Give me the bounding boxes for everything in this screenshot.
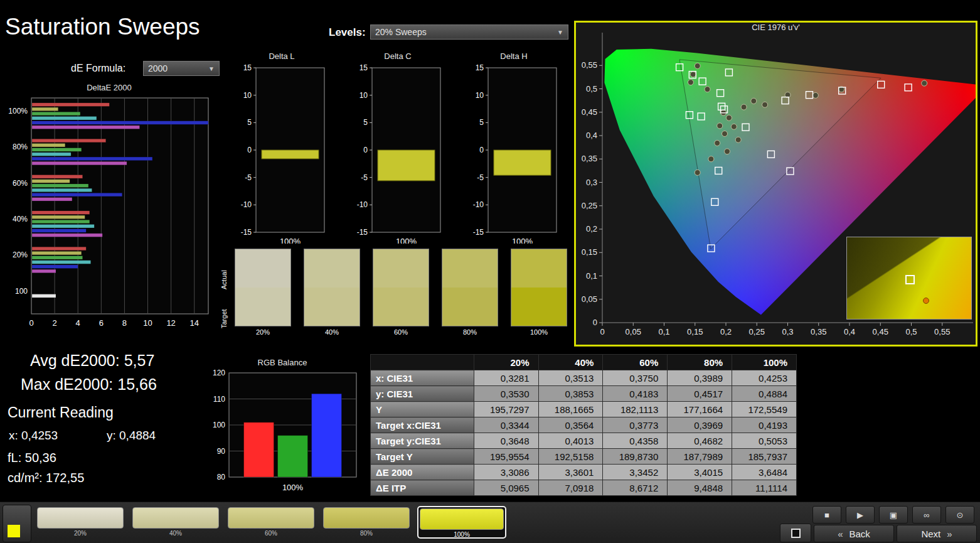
- target-swatch: [304, 288, 360, 326]
- svg-text:14: 14: [190, 318, 199, 328]
- next-button[interactable]: Next »: [897, 525, 977, 542]
- table-cell: 0,3281: [474, 370, 538, 386]
- chevron-down-icon: ▼: [208, 65, 215, 72]
- delta-l-chart-svg: 151050-5-10-15100%: [235, 62, 329, 247]
- pattern-level-label: 100%: [420, 531, 504, 538]
- actual-target-swatch: [511, 249, 567, 326]
- table-cell: 8,6712: [603, 480, 668, 496]
- svg-text:0: 0: [29, 318, 33, 328]
- table-cell: 0,4682: [668, 433, 732, 449]
- delta-c-chart-panel: Delta C 151050-5-10-15100%: [351, 51, 445, 247]
- table-cell: 0,4358: [603, 433, 668, 449]
- svg-text:0,4: 0,4: [844, 327, 855, 336]
- table-column-header: 60%: [603, 355, 668, 370]
- cie-zoom-inset: [846, 237, 972, 320]
- svg-text:0,05: 0,05: [626, 327, 641, 336]
- pattern-level-swatch: [228, 507, 314, 529]
- svg-text:0,55: 0,55: [934, 327, 950, 336]
- cie-diagram-panel[interactable]: CIE 1976 u'v' 00,050,10,150,20,250,30,35…: [574, 21, 977, 347]
- svg-text:-15: -15: [473, 228, 484, 237]
- pattern-display-button[interactable]: [780, 524, 811, 542]
- svg-text:0,35: 0,35: [811, 327, 826, 336]
- de-formula-dropdown-value: 2000: [148, 63, 168, 73]
- svg-text:0,2: 0,2: [586, 224, 597, 234]
- table-column-header: 20%: [474, 355, 538, 370]
- pattern-level-button-40%[interactable]: 40%: [131, 506, 220, 539]
- svg-text:10: 10: [143, 318, 152, 328]
- svg-text:-5: -5: [361, 173, 368, 182]
- table-cell: 0,5053: [732, 433, 797, 449]
- pattern-level-label: 80%: [323, 530, 410, 537]
- delta-l-chart-title: Delta L: [235, 51, 329, 62]
- levels-dropdown[interactable]: 20% Sweeps ▼: [370, 24, 568, 40]
- table-row-label: Target y:CIE31: [371, 433, 474, 449]
- svg-text:100: 100: [213, 421, 225, 429]
- svg-text:15: 15: [243, 63, 252, 72]
- table-cell: 177,1664: [668, 402, 732, 417]
- table-cell: 0,4013: [538, 433, 603, 449]
- bottom-toolbar: 20% 40% 60% 80% 100% ■ ▶ ▣ ∞ ⊙ « Back: [0, 502, 980, 543]
- actual-target-swatch: [442, 249, 498, 326]
- table-cell: 187,7989: [668, 449, 732, 465]
- actual-target-swatch: [373, 249, 429, 326]
- reading-x-value: x: 0,4253: [9, 429, 58, 443]
- table-row: Target Y195,9554192,5158189,8730187,7989…: [371, 449, 797, 465]
- de-formula-dropdown[interactable]: 2000 ▼: [143, 61, 220, 76]
- table-cell: 0,4183: [603, 386, 668, 402]
- inset-measurement-marker: [923, 298, 929, 304]
- svg-text:120: 120: [213, 368, 225, 377]
- pattern-level-button-60%[interactable]: 60%: [226, 506, 316, 539]
- pattern-window-thumbnail[interactable]: [3, 505, 31, 542]
- swatch-column: 20%: [235, 249, 291, 336]
- deltae-chart-title: DeltaE 2000: [5, 83, 213, 93]
- view-button[interactable]: ⊙: [945, 506, 974, 524]
- swatch-column: 60%: [373, 249, 429, 336]
- table-cell: 188,1665: [538, 402, 603, 417]
- svg-text:12: 12: [166, 318, 175, 328]
- svg-text:0,15: 0,15: [582, 247, 597, 257]
- table-cell: 0,3513: [538, 370, 603, 386]
- chevron-left-icon: «: [838, 529, 843, 539]
- loop-icon: ∞: [924, 510, 929, 520]
- pattern-level-swatch: [132, 507, 219, 529]
- svg-text:15: 15: [360, 63, 368, 72]
- pattern-level-label: 20%: [37, 530, 124, 537]
- svg-text:15: 15: [476, 63, 484, 72]
- table-cell: 3,3452: [603, 465, 668, 480]
- svg-text:0,25: 0,25: [582, 201, 597, 210]
- loop-button[interactable]: ∞: [912, 506, 941, 524]
- svg-text:100%: 100%: [8, 107, 28, 116]
- actual-target-swatch: [235, 249, 291, 326]
- pattern-level-button-80%[interactable]: 80%: [322, 506, 411, 539]
- back-button[interactable]: « Back: [814, 525, 894, 542]
- table-cell: 189,8730: [603, 449, 668, 465]
- back-button-label: Back: [849, 529, 870, 539]
- swatch-column: 40%: [304, 249, 360, 336]
- svg-text:90: 90: [217, 447, 226, 456]
- play-button[interactable]: ▶: [846, 506, 875, 524]
- record-button[interactable]: ▣: [879, 506, 908, 524]
- svg-text:0: 0: [600, 327, 604, 336]
- svg-text:5: 5: [247, 118, 252, 127]
- svg-text:6: 6: [99, 318, 104, 328]
- svg-text:0,5: 0,5: [586, 84, 597, 94]
- table-row: Y195,7297188,1665182,1113177,1664172,554…: [371, 402, 797, 417]
- pattern-level-button-100%[interactable]: 100%: [417, 506, 506, 539]
- table-cell: 0,3989: [668, 370, 732, 386]
- table-cell: 195,7297: [474, 402, 538, 417]
- pattern-level-button-20%[interactable]: 20%: [36, 506, 125, 539]
- swatch-column-label: 40%: [304, 328, 360, 336]
- svg-text:5: 5: [363, 118, 368, 127]
- table-row: Target x:CIE310,33440,35640,37730,39690,…: [371, 417, 797, 433]
- table-cell: 3,3601: [538, 465, 603, 480]
- stop-button[interactable]: ■: [812, 506, 841, 524]
- target-swatch: [511, 288, 567, 326]
- levels-label: Levels:: [329, 26, 366, 39]
- svg-text:8: 8: [122, 318, 127, 328]
- swatch-column-label: 20%: [235, 328, 291, 336]
- svg-text:10: 10: [476, 91, 484, 100]
- table-row: x: CIE310,32810,35130,37500,39890,4253: [371, 370, 797, 386]
- swatch-column-label: 100%: [511, 328, 567, 336]
- next-button-label: Next: [921, 529, 940, 539]
- chevron-right-icon: »: [947, 529, 952, 539]
